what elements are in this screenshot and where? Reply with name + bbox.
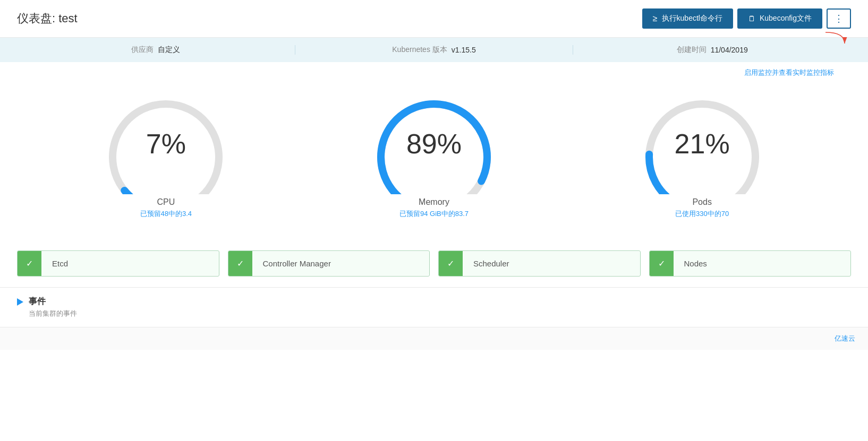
status-name: Controller Manager: [252, 252, 430, 275]
events-subtitle: 当前集群的事件: [29, 309, 851, 318]
gauge-sub-pods: 已使用330中的70: [675, 209, 729, 219]
gauge-text-cpu: 7%: [146, 130, 186, 158]
gauge-label-cpu: CPU: [157, 197, 175, 207]
gauge-percent-memory: 89%: [406, 130, 462, 158]
k8s-version-info: Kubernetes 版本 v1.15.5: [295, 45, 574, 55]
status-check-icon: ✓: [18, 251, 41, 276]
status-item-controller-manager: ✓ Controller Manager: [228, 250, 430, 276]
gauges-section: 7% CPU已预留48中的3.4 89% Memory已预留94 GiB中的83…: [0, 77, 868, 240]
provider-info: 供应商 自定义: [17, 45, 295, 55]
gauge-text-pods: 21%: [675, 130, 730, 158]
gauge-cpu: 7% CPU已预留48中的3.4: [86, 88, 245, 219]
gauge-percent-pods: 21%: [675, 130, 730, 158]
gauge-label-memory: Memory: [419, 197, 449, 207]
brand-logo: 亿速云: [835, 334, 855, 343]
kubeconfig-button[interactable]: 🗒 Kubeconfig文件: [737, 8, 822, 29]
status-check-icon: ✓: [228, 251, 252, 276]
events-title: 事件: [29, 296, 46, 307]
kubectl-button[interactable]: ≥ 执行kubectl命令行: [642, 8, 733, 29]
status-check-icon: ✓: [650, 251, 674, 276]
status-item-etcd: ✓ Etcd: [17, 250, 219, 276]
status-name: Etcd: [41, 252, 219, 275]
terminal-icon: ≥: [653, 14, 658, 23]
gauge-pods: 21% Pods已使用330中的70: [623, 88, 782, 219]
status-name: Nodes: [674, 252, 851, 275]
header: 仪表盘: test ≥ 执行kubectl命令行 🗒 Kubeconfig文件 …: [0, 0, 868, 38]
gauge-percent-cpu: 7%: [146, 130, 186, 158]
status-item-scheduler: ✓ Scheduler: [438, 250, 641, 276]
events-toggle[interactable]: [17, 298, 23, 306]
gauge-svg-memory: 89%: [370, 88, 498, 194]
gauge-memory: 89% Memory已预留94 GiB中的83.7: [354, 88, 514, 219]
status-bar: ✓ Etcd ✓ Controller Manager ✓ Scheduler …: [0, 240, 868, 287]
header-actions: ≥ 执行kubectl命令行 🗒 Kubeconfig文件 ⋮: [642, 8, 851, 29]
footer: 亿速云: [0, 327, 868, 350]
status-check-icon: ✓: [439, 251, 463, 276]
gauge-text-memory: 89%: [406, 130, 462, 158]
page-title: 仪表盘: test: [17, 11, 78, 27]
gauge-svg-cpu: 7%: [102, 88, 229, 194]
events-section: 事件 当前集群的事件: [0, 287, 868, 327]
gauge-sub-memory: 已预留94 GiB中的83.7: [399, 209, 469, 219]
gauge-svg-pods: 21%: [639, 88, 766, 194]
more-button[interactable]: ⋮: [827, 8, 851, 29]
events-header: 事件: [17, 296, 851, 307]
gauge-sub-cpu: 已预留48中的3.4: [140, 209, 192, 219]
file-icon: 🗒: [748, 14, 755, 23]
created-time-info: 创建时间 11/04/2019: [573, 45, 851, 55]
monitor-link[interactable]: 启用监控并查看实时监控指标: [727, 62, 851, 79]
info-bar: 供应商 自定义 Kubernetes 版本 v1.15.5 创建时间 11/04…: [0, 38, 868, 62]
status-name: Scheduler: [463, 252, 640, 275]
gauge-label-pods: Pods: [692, 197, 711, 207]
status-item-nodes: ✓ Nodes: [649, 250, 852, 276]
